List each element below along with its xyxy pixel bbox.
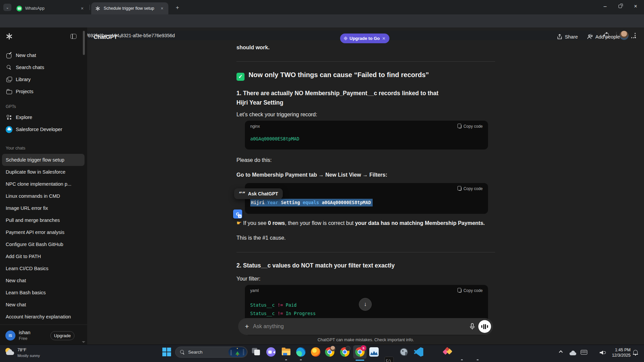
browser-tab-bar: ⌄ ☎ WhatsApp × Schedule trigger flow set… — [0, 0, 644, 14]
copy-icon — [459, 289, 462, 293]
task-manager-icon[interactable] — [369, 347, 379, 357]
chevron-shape — [559, 350, 562, 354]
browser-menu-icon[interactable] — [635, 33, 636, 38]
assistant-text: Your filter: — [236, 275, 260, 283]
postgresql-icon[interactable] — [399, 347, 409, 357]
restore-button[interactable] — [615, 2, 625, 11]
chat-list-item[interactable]: Account hierarchy explanation — [2, 311, 85, 323]
user-avatar[interactable]: IS — [5, 330, 15, 341]
sidebar-item-search-chats[interactable]: Search chats — [2, 61, 85, 73]
collapse-sidebar-icon[interactable] — [70, 34, 76, 39]
pointing-hand-icon: ☛ — [236, 220, 243, 226]
tray-chevron-up-icon[interactable] — [559, 351, 563, 354]
cmd-icon[interactable]: C:\_ — [384, 357, 394, 362]
openai-logo[interactable] — [5, 33, 13, 42]
volume-icon[interactable] — [600, 351, 603, 355]
chat-list-item[interactable]: Add Git to PATH — [2, 250, 85, 262]
user-plan: Free — [19, 336, 28, 341]
chat-list-item[interactable]: Image URL error fix — [2, 202, 85, 214]
weather-condition[interactable]: Mostly sunny — [17, 354, 40, 358]
chat-list-item[interactable]: Learn Bash basics — [2, 287, 85, 299]
close-window-button[interactable]: × — [631, 2, 641, 11]
model-switcher[interactable]: ChatGPT ▾ — [94, 34, 121, 40]
copy-code-button[interactable]: Copy code — [459, 124, 483, 129]
weather-icon[interactable] — [5, 347, 15, 358]
chat-list-item[interactable]: Configure Git Bash GitHub — [2, 238, 85, 250]
subheading-2: 2. Status__c values do NOT match your fi… — [236, 262, 395, 269]
tab-search-icon[interactable]: ⌄ — [3, 4, 11, 11]
profile-avatar[interactable] — [620, 31, 629, 40]
chat-list-item[interactable]: Linux commands in CMD — [2, 190, 85, 202]
close-tab-icon[interactable]: × — [79, 5, 85, 11]
google-translate-icon[interactable]: G A — [233, 209, 242, 219]
file-explorer-icon[interactable] — [281, 347, 291, 357]
speaker-shape — [600, 351, 603, 355]
main-heading: ✓Now only TWO things can cause “Failed t… — [236, 71, 429, 81]
chat-list-item[interactable]: Payment API error analysis — [2, 226, 85, 238]
touch-keyboard-icon[interactable] — [581, 350, 587, 355]
chat-title: Image URL error fix — [6, 205, 48, 211]
tab-whatsapp[interactable]: ☎ WhatsApp × — [13, 2, 89, 14]
disclaimer-text: ChatGPT can make mistakes. Check importa… — [236, 338, 495, 342]
chat-title: Learn Bash basics — [6, 290, 46, 295]
add-people-label: Add people — [595, 34, 620, 40]
chrome-active-icon[interactable]: S — [355, 347, 365, 357]
chat-list-item[interactable]: NPC clone implementation p... — [2, 178, 85, 190]
chat-list-item[interactable]: Duplicate flow in Salesforce — [2, 166, 85, 178]
camera-lens — [272, 351, 275, 354]
sidebar-scroll-arrow[interactable] — [82, 341, 85, 345]
share-button[interactable]: Share — [557, 34, 578, 40]
taskbar-search-box[interactable]: Search — [175, 347, 248, 358]
chat-list-item[interactable]: New chat — [2, 299, 85, 311]
task-view-icon[interactable] — [251, 347, 261, 357]
weather-temp[interactable]: 78°F — [17, 348, 26, 352]
voice-mode-button[interactable] — [478, 320, 491, 333]
sidebar-item-salesforce-developer[interactable]: Salesforce Developer — [2, 123, 85, 135]
dark-badge — [345, 346, 351, 351]
dictate-mic-icon[interactable] — [470, 323, 475, 330]
code-token: a0GAq00000ES8tpMAD — [322, 200, 371, 205]
sidebar-item-projects[interactable]: Projects — [2, 85, 85, 98]
tab-title: WhatsApp — [25, 6, 45, 11]
tab-title: Schedule trigger flow setup — [104, 6, 154, 11]
sidebar-item-explore-gpts[interactable]: Explore — [2, 111, 85, 123]
add-people-button[interactable]: Add people — [587, 34, 620, 40]
code-block-header: yaml Copy code — [245, 285, 488, 295]
camera-body — [268, 351, 272, 354]
copy-code-button[interactable]: Copy code — [459, 186, 483, 191]
edge-icon[interactable] — [296, 347, 306, 357]
chrome-profile2-icon[interactable] — [340, 347, 350, 357]
chat-title: NPC clone implementation p... — [6, 181, 71, 187]
sidebar-item-new-chat[interactable]: New chat — [2, 49, 85, 61]
attach-plus-icon[interactable]: + — [245, 322, 249, 330]
upgrade-button[interactable]: Upgrade — [50, 331, 74, 340]
sidebar-item-label: Salesforce Developer — [16, 127, 62, 132]
tab-chatgpt[interactable]: Schedule trigger flow setup × — [91, 2, 168, 14]
new-tab-icon[interactable]: + — [174, 4, 181, 11]
tray-clock[interactable]: 1:45 PM 12/3/2025 — [611, 347, 631, 358]
message-input[interactable] — [253, 323, 470, 329]
start-button[interactable] — [162, 347, 171, 357]
ask-chatgpt-button[interactable]: ”” Ask ChatGPT — [234, 188, 283, 199]
keys — [582, 351, 582, 352]
scroll-to-bottom-button[interactable]: ↓ — [359, 298, 372, 311]
firefox-icon[interactable] — [311, 347, 320, 357]
sidebar-item-library[interactable]: Library — [2, 73, 85, 85]
chatgpt-favicon — [95, 6, 101, 11]
minimize-button[interactable]: – — [600, 2, 610, 11]
chat-list-item[interactable]: Pull and merge branches — [2, 214, 85, 226]
code-token: Year — [267, 200, 278, 205]
chat-list-item[interactable]: New chat — [2, 275, 85, 287]
whatsapp-icon: ☎ — [16, 6, 22, 11]
chrome-profile1-icon[interactable] — [325, 347, 334, 357]
copy-code-button[interactable]: Copy code — [459, 288, 483, 293]
notification-bell-icon[interactable] — [633, 350, 638, 354]
chat-list-item[interactable]: Schedule trigger flow setup — [2, 154, 85, 166]
chat-scroll-area[interactable]: should work. ✓Now only TWO things can ca… — [236, 27, 495, 345]
diamond-app-icon[interactable] — [443, 347, 452, 357]
close-tab-icon[interactable]: × — [159, 5, 165, 11]
conversation-menu-icon[interactable] — [631, 37, 636, 38]
chat-list-item[interactable]: Learn CI/CD Basics — [2, 262, 85, 275]
video-meet-app-icon[interactable] — [266, 347, 276, 357]
composer[interactable]: + — [238, 318, 493, 335]
